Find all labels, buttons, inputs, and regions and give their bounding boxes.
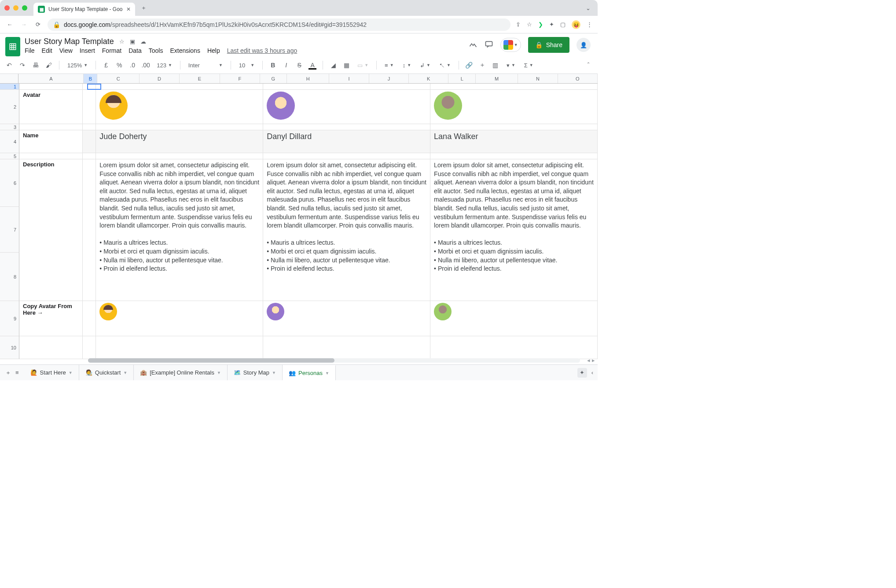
insert-comment-button[interactable]: ＋: [477, 60, 487, 70]
menu-extensions[interactable]: Extensions: [170, 47, 200, 54]
column-header[interactable]: B: [84, 74, 97, 83]
font-size-select[interactable]: 10▼: [236, 62, 257, 69]
window-minimize-button[interactable]: [13, 5, 18, 11]
print-button[interactable]: 🖶: [31, 60, 40, 70]
undo-button[interactable]: ↶: [4, 60, 14, 70]
vertical-align-button[interactable]: ↕▼: [400, 62, 414, 69]
text-color-button[interactable]: A: [308, 60, 317, 70]
column-header[interactable]: D: [140, 74, 179, 83]
functions-button[interactable]: Σ▼: [521, 62, 536, 69]
persona-description[interactable]: Lorem ipsum dolor sit amet, consectetur …: [267, 161, 426, 273]
activity-icon[interactable]: [469, 40, 477, 50]
insert-link-button[interactable]: 🔗: [464, 60, 474, 70]
menu-tools[interactable]: Tools: [149, 47, 163, 54]
document-title[interactable]: User Story Map Template: [25, 37, 114, 46]
explore-button[interactable]: ✦: [577, 368, 587, 378]
bookmark-star-icon[interactable]: ☆: [527, 21, 532, 28]
menu-edit[interactable]: Edit: [42, 47, 52, 54]
back-button[interactable]: ←: [5, 20, 14, 29]
horizontal-scrollbar[interactable]: [88, 358, 580, 363]
filter-button[interactable]: ▾▼: [504, 62, 518, 69]
column-header[interactable]: H: [287, 74, 329, 83]
scroll-left-icon[interactable]: ◂: [587, 357, 590, 364]
row-label-copy-avatar[interactable]: Copy Avatar From Here →: [19, 301, 83, 336]
browser-tab[interactable]: ▦ User Story Map Template - Goo ✕: [33, 3, 135, 16]
sheet-tab-personas[interactable]: 👥 Personas ▼: [283, 365, 336, 380]
menu-insert[interactable]: Insert: [80, 47, 95, 54]
redo-button[interactable]: ↷: [18, 60, 27, 70]
column-header[interactable]: O: [558, 74, 598, 83]
reload-button[interactable]: ⟳: [33, 20, 42, 29]
last-edit-link[interactable]: Last edit was 3 hours ago: [227, 47, 297, 54]
chevron-down-icon[interactable]: ▼: [217, 371, 221, 375]
currency-button[interactable]: £: [101, 60, 111, 70]
column-header[interactable]: N: [518, 74, 558, 83]
decrease-decimal-button[interactable]: .0: [128, 60, 137, 70]
row-header[interactable]: 5: [0, 153, 19, 159]
row-header[interactable]: 7: [0, 207, 19, 253]
borders-button[interactable]: ▦: [342, 60, 351, 70]
number-format-select[interactable]: 123▼: [154, 62, 175, 69]
share-page-icon[interactable]: ⇪: [516, 21, 521, 28]
address-bar[interactable]: 🔒 docs.google.com/spreadsheets/d/1HxVamK…: [48, 18, 510, 31]
column-header[interactable]: E: [180, 74, 220, 83]
chevron-down-icon[interactable]: ▼: [325, 371, 329, 375]
chevron-down-icon[interactable]: ▼: [69, 371, 73, 375]
chevron-down-icon[interactable]: ▼: [123, 371, 127, 375]
row-label-avatar[interactable]: Avatar: [19, 90, 83, 124]
persona-name[interactable]: Lana Walker: [434, 132, 478, 141]
column-header[interactable]: L: [448, 74, 476, 83]
paint-format-button[interactable]: 🖌: [44, 60, 54, 70]
sheet-tab-quickstart[interactable]: 🧑‍🎨 Quickstart ▼: [79, 365, 134, 380]
extension-shield-icon[interactable]: ❯: [538, 21, 543, 28]
profile-emoji-icon[interactable]: 😝: [572, 20, 580, 29]
row-header[interactable]: 4: [0, 130, 19, 153]
row-label-name[interactable]: Name: [19, 130, 83, 153]
italic-button[interactable]: I: [281, 60, 291, 70]
star-document-icon[interactable]: ☆: [119, 38, 125, 45]
merge-cells-button[interactable]: ▭▼: [355, 62, 371, 69]
row-header[interactable]: 3: [0, 124, 19, 130]
tab-overflow-button[interactable]: ⌄: [583, 2, 593, 14]
text-wrap-button[interactable]: ↲▼: [417, 62, 433, 69]
column-header[interactable]: I: [329, 74, 369, 83]
sheet-tab-example-online-rentals[interactable]: 🏨 [Example] Online Rentals ▼: [134, 365, 228, 380]
column-header[interactable]: G: [260, 74, 287, 83]
cells-area[interactable]: Avatar Name Jude Doherty Danyl Dillard L…: [19, 84, 598, 359]
cloud-status-icon[interactable]: ☁: [140, 38, 146, 45]
persona-name[interactable]: Jude Doherty: [99, 132, 147, 141]
row-header[interactable]: 2: [0, 90, 19, 124]
menu-format[interactable]: Format: [102, 47, 121, 54]
row-header[interactable]: 9: [0, 301, 19, 336]
bold-button[interactable]: B: [268, 60, 278, 70]
close-tab-icon[interactable]: ✕: [126, 6, 131, 12]
menu-data[interactable]: Data: [129, 47, 142, 54]
comments-icon[interactable]: [485, 40, 493, 50]
increase-decimal-button[interactable]: .00: [141, 60, 151, 70]
scroll-tabs-left-icon[interactable]: ‹: [591, 369, 593, 376]
column-header[interactable]: J: [369, 74, 409, 83]
sheet-tab-story-map[interactable]: 🗺️ Story Map ▼: [228, 365, 283, 380]
extensions-puzzle-icon[interactable]: ✦: [549, 21, 554, 28]
fill-color-button[interactable]: ◢: [328, 60, 338, 70]
row-header[interactable]: 8: [0, 253, 19, 301]
share-button[interactable]: 🔒 Share: [528, 37, 569, 53]
horizontal-scrollbar-thumb[interactable]: [88, 358, 334, 363]
window-close-button[interactable]: [4, 5, 10, 11]
sheet-tab-start-here[interactable]: 🙋 Start Here ▼: [24, 365, 79, 380]
all-sheets-button[interactable]: ≡: [15, 369, 19, 376]
new-tab-button[interactable]: ＋: [138, 2, 150, 14]
chrome-menu-icon[interactable]: ⋮: [587, 21, 592, 28]
collapse-toolbar-button[interactable]: ˆ: [584, 60, 593, 70]
account-avatar[interactable]: 👤: [577, 38, 591, 52]
insert-chart-button[interactable]: ▥: [491, 60, 500, 70]
persona-description[interactable]: Lorem ipsum dolor sit amet, consectetur …: [99, 161, 259, 273]
chevron-down-icon[interactable]: ▼: [272, 371, 276, 375]
text-rotation-button[interactable]: ⭦▼: [437, 62, 453, 69]
column-header[interactable]: K: [409, 74, 448, 83]
row-header[interactable]: 10: [0, 336, 19, 359]
strikethrough-button[interactable]: S: [294, 60, 304, 70]
zoom-select[interactable]: 125%▼: [65, 62, 90, 69]
row-header[interactable]: 1: [0, 84, 19, 90]
font-family-select[interactable]: Inter▼: [186, 62, 225, 69]
